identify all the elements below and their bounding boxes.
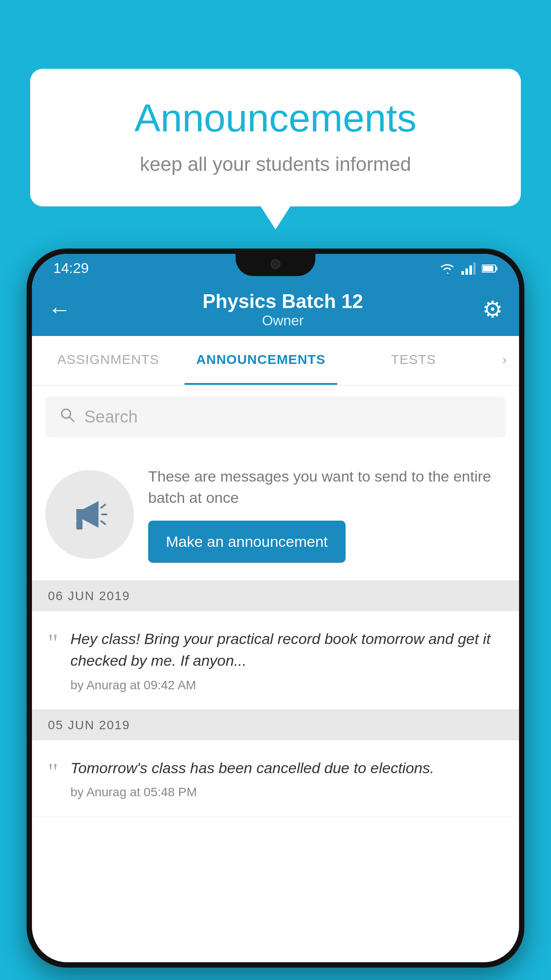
announcement-text-2: Tomorrow's class has been cancelled due … <box>71 757 503 779</box>
megaphone-circle <box>45 470 134 559</box>
svg-line-8 <box>70 417 74 422</box>
speech-bubble: Announcements keep all your students inf… <box>30 69 521 206</box>
search-icon <box>59 407 75 427</box>
svg-rect-2 <box>469 265 472 275</box>
svg-rect-6 <box>483 266 493 271</box>
search-container: Search <box>32 386 519 448</box>
announcement-meta-2: by Anurag at 05:48 PM <box>71 785 503 799</box>
status-time: 14:29 <box>53 260 89 277</box>
bubble-title: Announcements <box>66 95 485 141</box>
announcement-item-2[interactable]: " Tomorrow's class has been cancelled du… <box>32 740 519 817</box>
settings-icon[interactable]: ⚙ <box>482 296 503 323</box>
svg-rect-11 <box>76 520 83 530</box>
back-button[interactable]: ← <box>48 296 71 323</box>
phone-device: 14:29 <box>27 249 524 968</box>
announcement-content-1: Hey class! Bring your practical record b… <box>71 628 503 692</box>
quote-icon-2: " <box>48 760 58 785</box>
svg-line-12 <box>101 505 105 508</box>
tab-assignments[interactable]: ASSIGNMENTS <box>32 336 185 385</box>
wifi-icon <box>439 262 455 275</box>
prompt-right: These are messages you want to send to t… <box>148 466 506 563</box>
announcement-item-1[interactable]: " Hey class! Bring your practical record… <box>32 611 519 710</box>
speech-bubble-container: Announcements keep all your students inf… <box>30 69 521 206</box>
tab-announcements[interactable]: ANNOUNCEMENTS <box>185 336 337 385</box>
signal-icon <box>461 262 476 275</box>
date-separator-2: 05 JUN 2019 <box>32 710 519 740</box>
phone-wrapper: 14:29 <box>27 249 524 980</box>
app-bar-title-container: Physics Batch 12 Owner <box>83 290 482 329</box>
search-bar[interactable]: Search <box>45 396 506 438</box>
svg-rect-0 <box>461 271 464 275</box>
bubble-subtitle: keep all your students informed <box>66 153 485 175</box>
announcement-content-2: Tomorrow's class has been cancelled due … <box>71 757 503 799</box>
notch <box>236 254 315 276</box>
svg-line-14 <box>101 521 105 524</box>
tab-tests[interactable]: TESTS <box>337 336 490 385</box>
tabs-container: ASSIGNMENTS ANNOUNCEMENTS TESTS › <box>32 336 519 386</box>
announcement-text-1: Hey class! Bring your practical record b… <box>71 628 503 672</box>
tab-more-icon[interactable]: › <box>490 336 519 385</box>
date-separator-1: 06 JUN 2019 <box>32 581 519 611</box>
svg-marker-9 <box>76 509 83 520</box>
prompt-description: These are messages you want to send to t… <box>148 466 506 508</box>
svg-marker-10 <box>83 501 98 528</box>
announcement-meta-1: by Anurag at 09:42 AM <box>71 678 503 692</box>
quote-icon-1: " <box>48 631 58 656</box>
megaphone-icon <box>67 492 112 537</box>
app-bar-subtitle: Owner <box>83 312 482 329</box>
search-placeholder: Search <box>84 407 138 427</box>
battery-icon <box>482 264 498 273</box>
app-bar: ← Physics Batch 12 Owner ⚙ <box>32 283 519 336</box>
app-bar-title: Physics Batch 12 <box>83 290 482 312</box>
camera-dot <box>271 259 280 269</box>
content-area: Search <box>32 386 519 817</box>
make-announcement-button[interactable]: Make an announcement <box>148 521 346 563</box>
announcement-prompt: These are messages you want to send to t… <box>32 448 519 581</box>
svg-rect-1 <box>465 269 468 275</box>
svg-point-7 <box>62 409 71 418</box>
status-bar: 14:29 <box>32 254 519 283</box>
status-icons <box>439 262 498 275</box>
svg-rect-5 <box>496 267 497 270</box>
svg-rect-3 <box>473 262 476 275</box>
phone-screen: 14:29 <box>32 254 519 962</box>
